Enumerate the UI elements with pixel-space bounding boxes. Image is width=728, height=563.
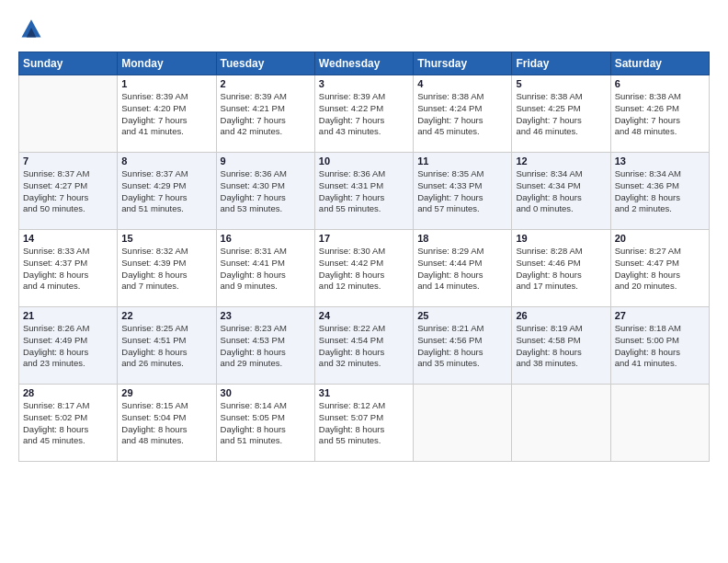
calendar-table: SundayMondayTuesdayWednesdayThursdayFrid… [18, 52, 710, 462]
calendar-cell: 9Sunrise: 8:36 AMSunset: 4:30 PMDaylight… [216, 153, 314, 230]
calendar-cell: 29Sunrise: 8:15 AMSunset: 5:04 PMDayligh… [118, 385, 216, 462]
day-info: Sunrise: 8:34 AMSunset: 4:34 PMDaylight:… [516, 168, 606, 215]
day-number: 27 [615, 310, 705, 321]
calendar-cell [414, 385, 512, 462]
day-info: Sunrise: 8:37 AMSunset: 4:29 PMDaylight:… [121, 168, 211, 215]
day-info: Sunrise: 8:34 AMSunset: 4:36 PMDaylight:… [615, 168, 705, 215]
calendar-cell: 11Sunrise: 8:35 AMSunset: 4:33 PMDayligh… [414, 153, 512, 230]
day-number: 5 [516, 78, 606, 89]
logo-icon [18, 15, 44, 40]
calendar-cell [512, 385, 610, 462]
day-number: 22 [121, 310, 211, 321]
day-number: 9 [221, 155, 311, 167]
day-number: 3 [319, 78, 409, 89]
day-number: 20 [615, 233, 705, 244]
calendar-cell: 12Sunrise: 8:34 AMSunset: 4:34 PMDayligh… [512, 153, 610, 230]
day-number: 18 [417, 233, 507, 244]
day-info: Sunrise: 8:21 AMSunset: 4:56 PMDaylight:… [417, 323, 507, 370]
calendar-cell: 24Sunrise: 8:22 AMSunset: 4:54 PMDayligh… [314, 307, 413, 385]
calendar-cell: 22Sunrise: 8:25 AMSunset: 4:51 PMDayligh… [118, 307, 216, 385]
day-number: 31 [319, 387, 409, 398]
day-info: Sunrise: 8:28 AMSunset: 4:46 PMDaylight:… [516, 246, 606, 293]
day-info: Sunrise: 8:38 AMSunset: 4:25 PMDaylight:… [516, 91, 606, 138]
col-header-saturday: Saturday [610, 52, 709, 75]
day-number: 15 [121, 233, 211, 244]
day-info: Sunrise: 8:37 AMSunset: 4:27 PMDaylight:… [23, 168, 113, 215]
calendar-cell: 1Sunrise: 8:39 AMSunset: 4:20 PMDaylight… [118, 75, 216, 153]
day-number: 26 [516, 310, 606, 321]
day-info: Sunrise: 8:15 AMSunset: 5:04 PMDaylight:… [121, 400, 211, 447]
calendar-cell: 15Sunrise: 8:32 AMSunset: 4:39 PMDayligh… [118, 230, 216, 307]
calendar-cell: 13Sunrise: 8:34 AMSunset: 4:36 PMDayligh… [610, 153, 709, 230]
calendar-week-2: 7Sunrise: 8:37 AMSunset: 4:27 PMDaylight… [19, 153, 710, 230]
calendar-cell: 5Sunrise: 8:38 AMSunset: 4:25 PMDaylight… [512, 75, 610, 153]
calendar-cell: 26Sunrise: 8:19 AMSunset: 4:58 PMDayligh… [512, 307, 610, 385]
day-number: 2 [221, 78, 311, 89]
calendar-cell: 17Sunrise: 8:30 AMSunset: 4:42 PMDayligh… [314, 230, 413, 307]
day-info: Sunrise: 8:32 AMSunset: 4:39 PMDaylight:… [121, 246, 211, 293]
day-number: 11 [417, 155, 507, 167]
calendar-cell: 18Sunrise: 8:29 AMSunset: 4:44 PMDayligh… [414, 230, 512, 307]
day-info: Sunrise: 8:38 AMSunset: 4:24 PMDaylight:… [417, 91, 507, 138]
day-number: 17 [319, 233, 409, 244]
day-number: 8 [121, 155, 211, 167]
day-number: 23 [221, 310, 311, 321]
calendar-cell: 4Sunrise: 8:38 AMSunset: 4:24 PMDaylight… [414, 75, 512, 153]
day-number: 4 [417, 78, 507, 89]
day-info: Sunrise: 8:29 AMSunset: 4:44 PMDaylight:… [417, 246, 507, 293]
day-info: Sunrise: 8:39 AMSunset: 4:21 PMDaylight:… [221, 91, 311, 138]
day-info: Sunrise: 8:30 AMSunset: 4:42 PMDaylight:… [319, 246, 409, 293]
day-number: 1 [121, 78, 211, 89]
calendar-week-3: 14Sunrise: 8:33 AMSunset: 4:37 PMDayligh… [19, 230, 710, 307]
col-header-thursday: Thursday [414, 52, 512, 75]
col-header-wednesday: Wednesday [314, 52, 413, 75]
day-number: 12 [516, 155, 606, 167]
calendar-cell: 19Sunrise: 8:28 AMSunset: 4:46 PMDayligh… [512, 230, 610, 307]
calendar-cell: 20Sunrise: 8:27 AMSunset: 4:47 PMDayligh… [610, 230, 709, 307]
day-number: 29 [121, 387, 211, 398]
day-number: 7 [23, 155, 113, 167]
calendar-cell: 27Sunrise: 8:18 AMSunset: 5:00 PMDayligh… [610, 307, 709, 385]
day-number: 24 [319, 310, 409, 321]
day-info: Sunrise: 8:17 AMSunset: 5:02 PMDaylight:… [23, 400, 113, 447]
day-info: Sunrise: 8:36 AMSunset: 4:30 PMDaylight:… [221, 168, 311, 215]
day-info: Sunrise: 8:18 AMSunset: 5:00 PMDaylight:… [615, 323, 705, 370]
day-info: Sunrise: 8:25 AMSunset: 4:51 PMDaylight:… [121, 323, 211, 370]
day-info: Sunrise: 8:35 AMSunset: 4:33 PMDaylight:… [417, 168, 507, 215]
calendar-cell: 25Sunrise: 8:21 AMSunset: 4:56 PMDayligh… [414, 307, 512, 385]
day-number: 14 [23, 233, 113, 244]
calendar-cell: 7Sunrise: 8:37 AMSunset: 4:27 PMDaylight… [19, 153, 118, 230]
day-number: 10 [319, 155, 409, 167]
col-header-tuesday: Tuesday [216, 52, 314, 75]
calendar-cell: 3Sunrise: 8:39 AMSunset: 4:22 PMDaylight… [314, 75, 413, 153]
calendar-cell: 31Sunrise: 8:12 AMSunset: 5:07 PMDayligh… [314, 385, 413, 462]
day-info: Sunrise: 8:39 AMSunset: 4:22 PMDaylight:… [319, 91, 409, 138]
calendar-cell: 30Sunrise: 8:14 AMSunset: 5:05 PMDayligh… [216, 385, 314, 462]
calendar-cell [610, 385, 709, 462]
day-info: Sunrise: 8:19 AMSunset: 4:58 PMDaylight:… [516, 323, 606, 370]
day-number: 19 [516, 233, 606, 244]
page: SundayMondayTuesdayWednesdayThursdayFrid… [0, 0, 728, 563]
day-info: Sunrise: 8:39 AMSunset: 4:20 PMDaylight:… [121, 91, 211, 138]
calendar-cell: 6Sunrise: 8:38 AMSunset: 4:26 PMDaylight… [610, 75, 709, 153]
day-info: Sunrise: 8:26 AMSunset: 4:49 PMDaylight:… [23, 323, 113, 370]
day-info: Sunrise: 8:33 AMSunset: 4:37 PMDaylight:… [23, 246, 113, 293]
header [18, 15, 710, 40]
day-info: Sunrise: 8:36 AMSunset: 4:31 PMDaylight:… [319, 168, 409, 215]
calendar-cell [19, 75, 118, 153]
calendar-cell: 21Sunrise: 8:26 AMSunset: 4:49 PMDayligh… [19, 307, 118, 385]
day-info: Sunrise: 8:38 AMSunset: 4:26 PMDaylight:… [615, 91, 705, 138]
calendar-header-row: SundayMondayTuesdayWednesdayThursdayFrid… [19, 52, 710, 75]
day-info: Sunrise: 8:14 AMSunset: 5:05 PMDaylight:… [221, 400, 311, 447]
day-number: 13 [615, 155, 705, 167]
calendar-week-1: 1Sunrise: 8:39 AMSunset: 4:20 PMDaylight… [19, 75, 710, 153]
calendar-cell: 2Sunrise: 8:39 AMSunset: 4:21 PMDaylight… [216, 75, 314, 153]
day-info: Sunrise: 8:31 AMSunset: 4:41 PMDaylight:… [221, 246, 311, 293]
calendar-week-5: 28Sunrise: 8:17 AMSunset: 5:02 PMDayligh… [19, 385, 710, 462]
day-number: 6 [615, 78, 705, 89]
col-header-sunday: Sunday [19, 52, 118, 75]
calendar-cell: 8Sunrise: 8:37 AMSunset: 4:29 PMDaylight… [118, 153, 216, 230]
day-number: 21 [23, 310, 113, 321]
day-number: 16 [221, 233, 311, 244]
day-number: 28 [23, 387, 113, 398]
